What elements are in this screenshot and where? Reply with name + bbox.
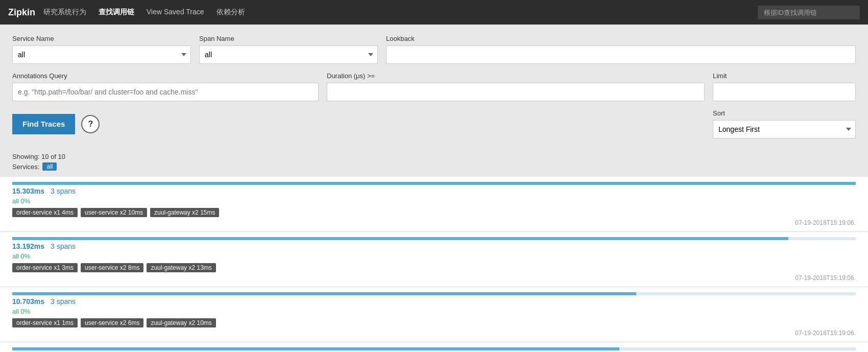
trace-timestamp: 07-19-2018T15:19:06. bbox=[12, 274, 856, 281]
nav-link-research[interactable]: 研究系统行为 bbox=[43, 8, 86, 17]
find-traces-button[interactable]: Find Traces bbox=[12, 114, 75, 134]
annotations-label: Annotations Query bbox=[12, 72, 319, 80]
trace-tags: order-service x1 3msuser-service x2 8msz… bbox=[12, 263, 856, 272]
trace-tag: user-service x2 8ms bbox=[81, 263, 143, 272]
trace-timestamp: 07-19-2018T15:19:06. bbox=[12, 219, 856, 226]
trace-tag: user-service x2 6ms bbox=[81, 318, 143, 327]
trace-tag: zuul-gateway x2 15ms bbox=[150, 208, 219, 217]
trace-spans: 3 spans bbox=[51, 187, 76, 195]
duration-label: Duration (μs) >= bbox=[327, 72, 705, 80]
sort-label: Sort bbox=[713, 109, 856, 117]
trace-spans: 3 spans bbox=[51, 297, 76, 306]
trace-bar bbox=[12, 237, 788, 240]
duration-input[interactable] bbox=[327, 83, 705, 101]
limit-group: Limit 10 bbox=[713, 72, 856, 101]
trace-tag: user-service x2 10ms bbox=[81, 208, 147, 217]
trace-bar-container bbox=[12, 237, 856, 240]
trace-item[interactable]: 10.389ms 3 spans all 0% 07-19-2018T15:19… bbox=[0, 342, 868, 352]
trace-bar-container bbox=[12, 347, 856, 350]
trace-error: all 0% bbox=[12, 197, 856, 205]
duration-group: Duration (μs) >= bbox=[327, 72, 705, 101]
trace-duration: 13.192ms bbox=[12, 242, 44, 250]
results-summary: Showing: 10 of 10 Services: all bbox=[0, 151, 868, 177]
trace-tag: zuul-gateway x2 13ms bbox=[147, 263, 215, 272]
trace-tag: order-service x1 4ms bbox=[12, 208, 78, 217]
limit-label: Limit bbox=[713, 72, 856, 80]
trace-error: all 0% bbox=[12, 252, 856, 260]
trace-item[interactable]: 15.303ms 3 spans all 0% order-service x1… bbox=[0, 177, 868, 232]
trace-item[interactable]: 13.192ms 3 spans all 0% order-service x1… bbox=[0, 232, 868, 287]
trace-item[interactable]: 10.703ms 3 spans all 0% order-service x1… bbox=[0, 287, 868, 342]
services-all-badge[interactable]: all bbox=[42, 162, 57, 171]
showing-count: Showing: 10 of 10 bbox=[12, 153, 856, 160]
nav-link-find[interactable]: 查找调用链 bbox=[99, 8, 134, 17]
trace-error: all 0% bbox=[12, 308, 856, 315]
trace-tags: order-service x1 4msuser-service x2 10ms… bbox=[12, 208, 856, 217]
limit-input[interactable]: 10 bbox=[713, 83, 856, 101]
service-name-select[interactable]: all bbox=[12, 45, 191, 64]
brand-logo: Zipkin bbox=[8, 7, 35, 18]
trace-header: 15.303ms 3 spans bbox=[12, 187, 856, 195]
nav-links: 研究系统行为 查找调用链 View Saved Trace 依赖分析 bbox=[43, 8, 758, 17]
trace-bar bbox=[12, 292, 636, 295]
search-panel: Service Name all Span Name all Lookback … bbox=[0, 25, 868, 151]
trace-bar bbox=[12, 182, 856, 185]
sort-select[interactable]: Longest First bbox=[713, 120, 856, 138]
sort-group: Sort Longest First bbox=[713, 109, 856, 138]
trace-id-search-input[interactable] bbox=[758, 6, 860, 19]
annotations-input[interactable] bbox=[12, 83, 319, 101]
lookback-group: Lookback 1 hour bbox=[386, 35, 856, 64]
trace-tag: order-service x1 3ms bbox=[12, 263, 78, 272]
trace-duration: 15.303ms bbox=[12, 187, 44, 195]
help-button[interactable]: ? bbox=[81, 115, 100, 133]
nav-link-saved[interactable]: View Saved Trace bbox=[147, 8, 204, 17]
services-label: Services: bbox=[12, 163, 39, 171]
trace-tag: zuul-gateway x2 10ms bbox=[147, 318, 215, 327]
span-name-group: Span Name all bbox=[199, 35, 378, 64]
help-icon: ? bbox=[88, 120, 93, 129]
service-name-group: Service Name all bbox=[12, 35, 191, 64]
annotations-group: Annotations Query bbox=[12, 72, 319, 101]
trace-bar-container bbox=[12, 182, 856, 185]
trace-header: 13.192ms 3 spans bbox=[12, 242, 856, 250]
lookback-label: Lookback bbox=[386, 35, 856, 42]
span-name-select[interactable]: all bbox=[199, 45, 378, 64]
trace-bar-container bbox=[12, 292, 856, 295]
trace-duration: 10.703ms bbox=[12, 297, 44, 306]
nav-link-deps[interactable]: 依赖分析 bbox=[216, 8, 245, 17]
trace-header: 10.703ms 3 spans bbox=[12, 297, 856, 306]
service-name-label: Service Name bbox=[12, 35, 191, 42]
navbar: Zipkin 研究系统行为 查找调用链 View Saved Trace 依赖分… bbox=[0, 0, 868, 25]
trace-tag: order-service x1 1ms bbox=[12, 318, 78, 327]
trace-timestamp: 07-19-2018T15:19:06. bbox=[12, 330, 856, 337]
lookback-input[interactable]: 1 hour bbox=[386, 45, 856, 64]
trace-tags: order-service x1 1msuser-service x2 6msz… bbox=[12, 318, 856, 327]
span-name-label: Span Name bbox=[199, 35, 378, 42]
traces-container: 15.303ms 3 spans all 0% order-service x1… bbox=[0, 177, 868, 352]
trace-spans: 3 spans bbox=[51, 242, 76, 250]
trace-bar bbox=[12, 347, 619, 350]
services-line: Services: all bbox=[12, 162, 856, 171]
